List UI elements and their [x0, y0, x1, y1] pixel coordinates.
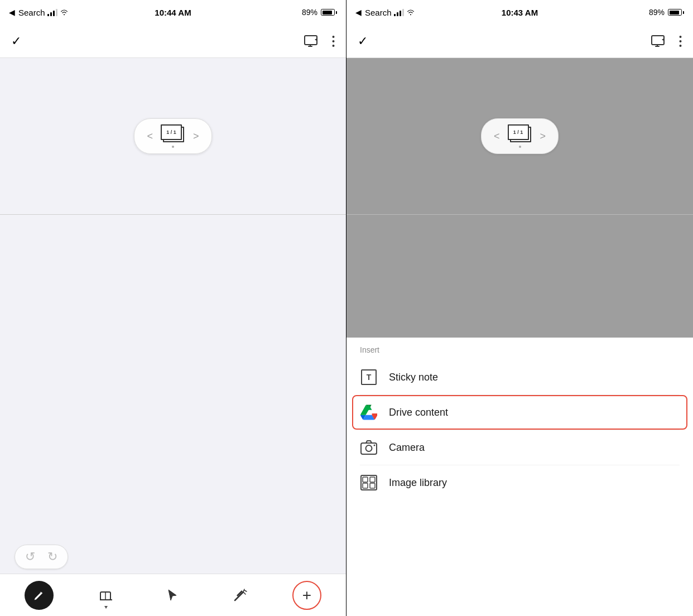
left-laser-icon	[232, 588, 248, 603]
svg-rect-18	[370, 483, 375, 488]
svg-point-2	[333, 40, 335, 42]
right-carrier-signal: ◀ Search	[355, 8, 415, 17]
left-next-arrow[interactable]: >	[193, 131, 199, 142]
drive-content-label: Drive content	[389, 407, 448, 418]
svg-point-3	[333, 45, 335, 47]
right-slide-icon: 1 / 1	[508, 124, 532, 148]
left-redo-button[interactable]: ↻	[47, 550, 57, 564]
left-more-menu-icon[interactable]	[332, 35, 335, 47]
left-undo-button[interactable]: ↺	[25, 550, 35, 564]
left-wifi-icon	[60, 9, 69, 16]
left-laser-tool[interactable]	[225, 581, 254, 610]
left-slide-icon: 1 / 1	[161, 124, 185, 148]
image-library-label: Image library	[389, 477, 447, 489]
sticky-note-label: Sticky note	[389, 372, 438, 383]
sticky-note-icon: T	[360, 368, 378, 386]
left-select-icon	[165, 588, 181, 603]
right-insert-drive-content[interactable]: Drive content	[346, 395, 693, 430]
left-pencil-icon	[25, 581, 54, 610]
svg-rect-16	[370, 477, 375, 482]
svg-rect-14	[361, 475, 377, 490]
right-checkmark-button[interactable]: ✓	[358, 34, 368, 49]
left-page-nav: < 1 / 1 >	[134, 118, 211, 154]
left-carrier-signal: ◀ Search	[9, 8, 69, 17]
left-add-button[interactable]: +	[292, 581, 321, 610]
left-battery-area: 89%	[302, 8, 337, 17]
drive-content-icon	[360, 403, 378, 421]
right-status-bar: ◀ Search 10:43 AM 89%	[346, 0, 693, 25]
left-add-icon: +	[302, 588, 311, 603]
left-undo-redo-pill: ↺ ↻	[15, 545, 68, 569]
left-panel: ◀ Search 10:44 AM 89% ✓	[0, 0, 346, 616]
right-insert-camera[interactable]: Camera	[346, 430, 693, 465]
left-status-bar: ◀ Search 10:44 AM 89%	[0, 0, 346, 25]
svg-rect-17	[363, 483, 368, 488]
right-slide-area-bottom	[346, 215, 693, 338]
svg-rect-7	[652, 36, 664, 45]
left-back-arrow[interactable]: ◀	[9, 8, 15, 17]
svg-point-12	[366, 445, 372, 451]
svg-point-8	[680, 36, 682, 38]
right-insert-sticky-note[interactable]: T Sticky note	[346, 360, 693, 394]
left-page-indicator: 1 / 1	[161, 124, 182, 140]
svg-rect-0	[305, 36, 317, 45]
right-insert-menu: Insert T Sticky note	[346, 338, 693, 616]
right-more-menu-icon[interactable]	[679, 35, 682, 47]
left-undo-redo-bar: ↺ ↻	[0, 540, 346, 574]
left-slide-area-bottom	[0, 215, 346, 540]
left-prev-arrow[interactable]: <	[147, 131, 153, 142]
left-eraser-tool[interactable]	[92, 581, 121, 610]
right-carrier-label: Search	[365, 8, 392, 17]
right-wifi-icon	[406, 9, 415, 16]
right-prev-arrow[interactable]: <	[494, 131, 500, 142]
left-toolbar: ✓	[0, 25, 346, 58]
right-next-arrow[interactable]: >	[540, 131, 546, 142]
right-battery-pct: 89%	[649, 8, 665, 17]
right-slide-area-top: < 1 / 1 >	[346, 58, 693, 214]
right-battery-area: 89%	[649, 8, 684, 17]
left-carrier-label: Search	[18, 8, 45, 17]
left-signal-bars	[47, 8, 57, 16]
svg-rect-15	[363, 477, 368, 482]
right-page-nav: < 1 / 1 >	[481, 118, 559, 154]
right-toolbar: ✓	[346, 25, 693, 58]
right-panel: ◀ Search 10:43 AM 89% ✓	[346, 0, 693, 616]
svg-point-13	[374, 445, 376, 446]
svg-point-9	[680, 40, 682, 42]
left-present-icon[interactable]	[304, 35, 320, 47]
left-pencil-tool[interactable]	[25, 581, 54, 610]
left-slide-area-top: < 1 / 1 >	[0, 58, 346, 214]
right-present-icon[interactable]	[651, 35, 667, 47]
svg-point-1	[333, 36, 335, 38]
left-battery-icon	[321, 9, 337, 16]
left-time: 10:44 AM	[155, 8, 191, 17]
right-toolbar-right	[651, 35, 682, 47]
left-eraser-icon	[98, 588, 114, 603]
right-page-indicator: 1 / 1	[508, 124, 529, 140]
camera-label: Camera	[389, 442, 425, 454]
left-select-tool[interactable]	[158, 581, 187, 610]
left-checkmark-button[interactable]: ✓	[11, 34, 21, 49]
left-toolbar-right	[304, 35, 335, 47]
right-back-arrow[interactable]: ◀	[355, 8, 362, 17]
right-signal-bars	[394, 8, 404, 16]
right-insert-image-library[interactable]: Image library	[346, 465, 693, 500]
left-battery-pct: 89%	[302, 8, 317, 17]
right-insert-section-label: Insert	[346, 338, 693, 360]
image-library-icon	[360, 474, 378, 492]
camera-icon	[360, 439, 378, 456]
left-drawing-toolbar: +	[0, 574, 346, 616]
svg-point-10	[680, 45, 682, 47]
right-time: 10:43 AM	[502, 8, 538, 17]
right-battery-icon	[668, 9, 684, 16]
